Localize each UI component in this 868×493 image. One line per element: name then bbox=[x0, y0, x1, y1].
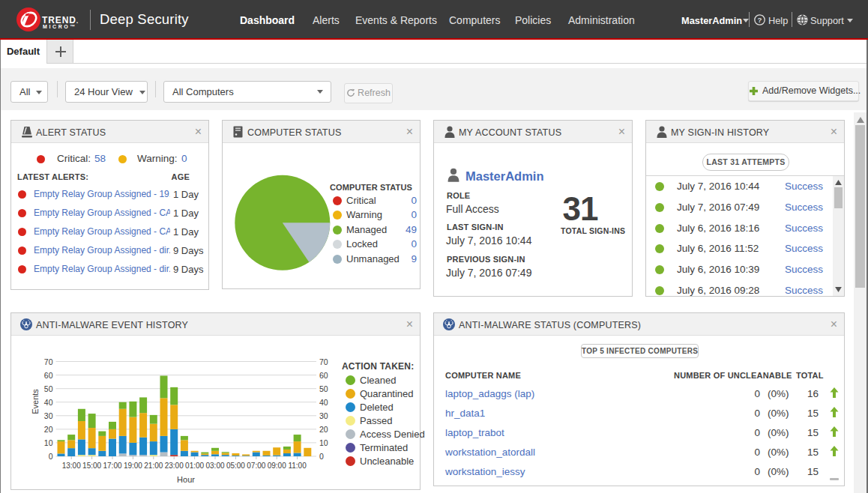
svg-text:15:00: 15:00 bbox=[82, 462, 101, 470]
svg-text:60: 60 bbox=[44, 371, 53, 380]
svg-text:30: 30 bbox=[44, 411, 53, 420]
svg-text:09:00: 09:00 bbox=[268, 462, 286, 470]
svg-text:05:00: 05:00 bbox=[226, 462, 245, 470]
svg-text:Events: Events bbox=[31, 389, 40, 414]
svg-text:21:00: 21:00 bbox=[144, 462, 163, 470]
svg-text:10: 10 bbox=[319, 438, 328, 447]
svg-text:50: 50 bbox=[44, 384, 53, 393]
svg-text:70: 70 bbox=[319, 357, 328, 366]
svg-text:70: 70 bbox=[44, 357, 53, 366]
svg-text:30: 30 bbox=[319, 411, 328, 420]
svg-text:10: 10 bbox=[44, 438, 53, 447]
svg-text:03:00: 03:00 bbox=[205, 462, 224, 470]
svg-text:20: 20 bbox=[44, 425, 53, 434]
svg-text:23:00: 23:00 bbox=[165, 462, 184, 470]
svg-text:07:00: 07:00 bbox=[247, 462, 265, 470]
svg-text:0: 0 bbox=[49, 452, 53, 461]
svg-text:40: 40 bbox=[44, 398, 53, 407]
svg-text:20: 20 bbox=[319, 425, 328, 434]
svg-text:01:00: 01:00 bbox=[185, 462, 204, 470]
svg-text:0: 0 bbox=[319, 452, 324, 461]
svg-text:11:00: 11:00 bbox=[288, 462, 307, 470]
svg-text:13:00: 13:00 bbox=[62, 462, 81, 470]
svg-text:50: 50 bbox=[319, 384, 328, 393]
svg-text:19:00: 19:00 bbox=[124, 462, 142, 470]
svg-text:17:00: 17:00 bbox=[103, 462, 121, 470]
svg-text:?: ? bbox=[758, 16, 762, 24]
svg-text:60: 60 bbox=[319, 371, 328, 380]
svg-text:Hour: Hour bbox=[177, 475, 195, 484]
svg-text:40: 40 bbox=[319, 398, 328, 407]
